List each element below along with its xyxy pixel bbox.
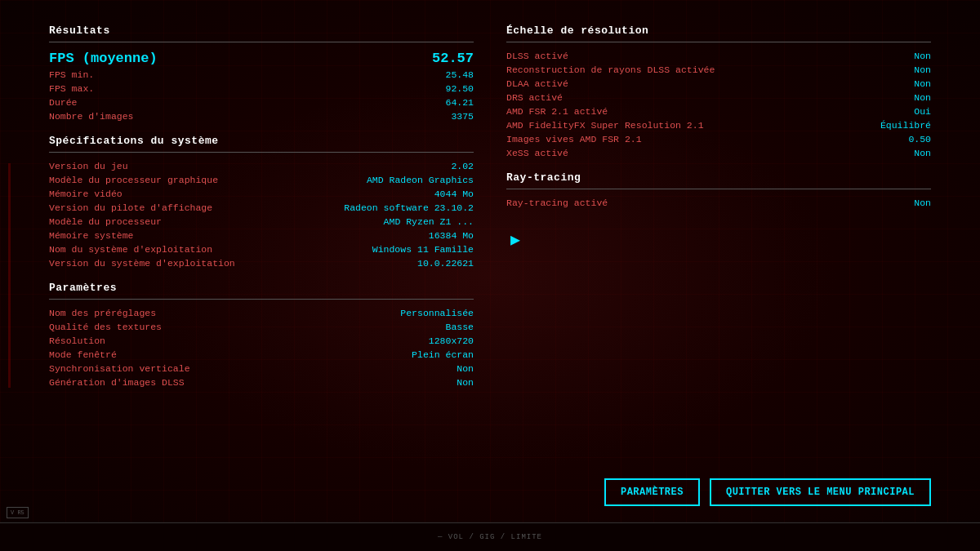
row-label: Nom des préréglages: [49, 308, 156, 318]
fps-row: FPS (moyenne) 52.57: [49, 49, 474, 68]
resolution-rows: DLSS activé Non Reconstruction de rayons…: [506, 49, 931, 160]
table-row: Ray-tracing activé Non: [506, 196, 931, 210]
row-value: Équilibré: [880, 120, 931, 131]
row-label: Reconstruction de rayons DLSS activée: [506, 64, 715, 75]
results-section: Résultats FPS (moyenne) 52.57 FPS min. 2…: [49, 24, 474, 123]
table-row: FPS max. 92.50: [49, 82, 474, 96]
specs-section: Spécifications du système Version du jeu…: [49, 135, 474, 270]
row-value: Plein écran: [412, 349, 474, 360]
row-label: AMD FSR 2.1 activé: [506, 106, 608, 117]
row-value: AMD Radeon Graphics: [367, 175, 474, 185]
params-button[interactable]: Paramètres: [604, 478, 700, 506]
params-section: Paramètres Nom des préréglages Personnal…: [49, 282, 474, 389]
raytracing-title: Ray-tracing: [506, 171, 931, 184]
row-label: Ray-tracing activé: [506, 198, 608, 208]
row-value: 1280x720: [429, 335, 474, 346]
table-row: Nom du système d'exploitation Windows 11…: [49, 242, 474, 256]
raytracing-section: Ray-tracing Ray-tracing activé Non: [506, 171, 931, 210]
table-row: Mode fenêtré Plein écran: [49, 348, 474, 362]
row-value: 16384 Mo: [429, 230, 474, 241]
table-row: AMD FidelityFX Super Resolution 2.1 Équi…: [506, 118, 931, 132]
row-value: Non: [914, 198, 931, 208]
row-value: Non: [457, 363, 474, 374]
table-row: Mémoire vidéo 4044 Mo: [49, 187, 474, 201]
row-label: Mémoire système: [49, 230, 134, 241]
row-value: Windows 11 Famille: [372, 244, 474, 255]
bottom-buttons: Paramètres Quitter vers le menu principa…: [604, 478, 931, 506]
table-row: DLSS activé Non: [506, 49, 931, 63]
table-row: Modèle du processeur AMD Ryzen Z1 ...: [49, 215, 474, 229]
row-value: Personnalisée: [400, 308, 474, 318]
row-value: Non: [457, 377, 474, 388]
params-rows: Nom des préréglages Personnalisée Qualit…: [49, 306, 474, 389]
row-label: FPS min.: [49, 69, 94, 80]
table-row: Nombre d'images 3375: [49, 109, 474, 123]
results-divider: [49, 42, 474, 42]
row-value: Non: [914, 92, 931, 103]
resolution-section: Échelle de résolution DLSS activé Non Re…: [506, 24, 931, 160]
row-value: 92.50: [445, 83, 474, 94]
row-label: Mode fenêtré: [49, 349, 117, 360]
right-panel: Échelle de résolution DLSS activé Non Re…: [506, 24, 931, 527]
table-row: Durée 64.21: [49, 96, 474, 109]
row-value: 10.0.22621: [417, 258, 474, 269]
bottom-bar: — VOL / GIG / LIMITE: [0, 522, 980, 551]
row-label: Génération d'images DLSS: [49, 377, 185, 388]
row-label: Synchronisation verticale: [49, 363, 190, 374]
table-row: DLAA activé Non: [506, 77, 931, 91]
row-value: 3375: [451, 111, 474, 122]
cursor-icon: ▶: [510, 229, 931, 250]
row-value: Non: [914, 78, 931, 89]
main-content: Résultats FPS (moyenne) 52.57 FPS min. 2…: [0, 0, 980, 551]
row-label: Nom du système d'exploitation: [49, 244, 212, 255]
results-title: Résultats: [49, 24, 474, 37]
fps-label: FPS (moyenne): [49, 51, 158, 66]
version-badge: V R5: [7, 507, 29, 518]
row-label: XeSS activé: [506, 148, 568, 158]
table-row: Génération d'images DLSS Non: [49, 375, 474, 389]
raytracing-divider: [506, 189, 931, 189]
params-divider: [49, 299, 474, 300]
row-value: 0.50: [908, 134, 931, 144]
row-value: Non: [914, 51, 931, 61]
table-row: FPS min. 25.48: [49, 68, 474, 82]
row-value: 4044 Mo: [434, 189, 474, 199]
row-label: FPS max.: [49, 83, 94, 94]
row-value: AMD Ryzen Z1 ...: [384, 216, 474, 227]
row-label: Mémoire vidéo: [49, 189, 122, 199]
row-label: Durée: [49, 97, 78, 108]
row-label: Résolution: [49, 335, 105, 346]
row-value: 25.48: [445, 69, 474, 80]
table-row: Version du pilote d'affichage Radeon sof…: [49, 201, 474, 215]
row-label: DRS activé: [506, 92, 563, 103]
row-label: Version du jeu: [49, 161, 128, 171]
table-row: Modèle du processeur graphique AMD Radeo…: [49, 173, 474, 187]
bottom-center-text: — VOL / GIG / LIMITE: [438, 533, 542, 541]
table-row: Nom des préréglages Personnalisée: [49, 306, 474, 320]
resolution-divider: [506, 42, 931, 42]
fps-value: 52.57: [432, 51, 474, 66]
table-row: Version du jeu 2.02: [49, 159, 474, 173]
specs-title: Spécifications du système: [49, 135, 474, 147]
row-value: Radeon software 23.10.2: [344, 202, 474, 213]
row-value: Basse: [445, 322, 474, 332]
raytracing-rows: Ray-tracing activé Non: [506, 196, 931, 210]
table-row: Qualité des textures Basse: [49, 320, 474, 334]
row-label: AMD FidelityFX Super Resolution 2.1: [506, 120, 704, 131]
row-label: Qualité des textures: [49, 322, 162, 332]
specs-rows: Version du jeu 2.02 Modèle du processeur…: [49, 159, 474, 270]
version-text: V R5: [11, 509, 24, 516]
params-title: Paramètres: [49, 282, 474, 294]
table-row: Version du système d'exploitation 10.0.2…: [49, 256, 474, 270]
table-row: XeSS activé Non: [506, 146, 931, 160]
table-row: AMD FSR 2.1 activé Oui: [506, 104, 931, 118]
row-label: DLSS activé: [506, 51, 568, 61]
row-value: 2.02: [451, 161, 474, 171]
quit-button[interactable]: Quitter vers le menu principal: [710, 478, 931, 506]
table-row: Images vives AMD FSR 2.1 0.50: [506, 132, 931, 146]
row-label: Modèle du processeur graphique: [49, 175, 218, 185]
row-label: DLAA activé: [506, 78, 568, 89]
row-label: Modèle du processeur: [49, 216, 162, 227]
table-row: Synchronisation verticale Non: [49, 362, 474, 375]
row-label: Nombre d'images: [49, 111, 134, 122]
